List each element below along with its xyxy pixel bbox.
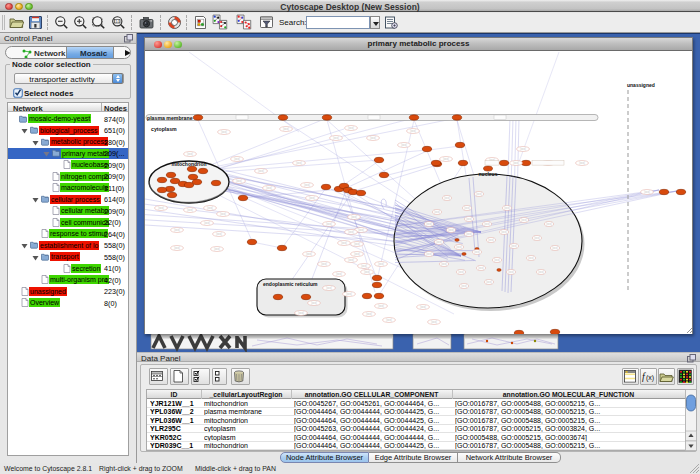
svg-text:[xxx]: [xxx] (401, 143, 407, 147)
svg-text:[xxx]: [xxx] (358, 228, 364, 232)
svg-text:[xxx]: [xxx] (158, 206, 164, 210)
svg-text:[xxx]: [xxx] (521, 218, 527, 222)
svg-text:[xxx]: [xxx] (309, 196, 315, 200)
svg-text:[xxx]: [xxx] (579, 161, 585, 165)
svg-text:[xxx]: [xxx] (214, 247, 220, 251)
svg-text:[xxx]: [xxx] (386, 318, 392, 322)
svg-text:[xxx]: [xxx] (366, 312, 372, 316)
svg-text:[xxx]: [xxx] (486, 280, 492, 284)
svg-text:[xxx]: [xxx] (378, 262, 384, 266)
svg-text:[xxx]: [xxx] (431, 320, 437, 324)
svg-text:[xxx]: [xxx] (458, 270, 464, 274)
svg-text:[xxx]: [xxx] (476, 192, 482, 196)
svg-text:[xxx]: [xxx] (436, 240, 442, 244)
svg-text:[xxx]: [xxx] (174, 246, 180, 250)
svg-text:[xxx]: [xxx] (174, 228, 180, 232)
svg-text:[xxx]: [xxx] (494, 258, 500, 262)
svg-text:[xxx]: [xxx] (466, 232, 472, 236)
svg-text:[xxx]: [xxx] (546, 222, 552, 226)
svg-text:[xxx]: [xxx] (434, 210, 440, 214)
svg-text:[xxx]: [xxx] (478, 266, 484, 270)
svg-text:nucleus: nucleus (479, 171, 498, 177)
svg-text:[xxx]: [xxx] (508, 270, 514, 274)
svg-text:[xxx]: [xxx] (448, 228, 454, 232)
svg-text:[xxx]: [xxx] (484, 222, 490, 226)
svg-text:[xxx]: [xxx] (370, 136, 376, 140)
svg-text:[xxx]: [xxx] (187, 152, 193, 156)
svg-text:[xxx]: [xxx] (441, 262, 447, 266)
svg-text:(x): (x) (646, 374, 654, 382)
svg-text:[xxx]: [xxx] (204, 221, 210, 225)
svg-text:[xxx]: [xxx] (348, 258, 354, 262)
svg-text:[xxx]: [xxx] (234, 157, 240, 161)
svg-text:cytoplasm: cytoplasm (151, 126, 177, 132)
svg-text:[xxx]: [xxx] (221, 130, 227, 134)
svg-text:[xxx]: [xxx] (644, 190, 650, 194)
svg-text:[xxx]: [xxx] (538, 270, 544, 274)
svg-text:[xxx]: [xxx] (304, 183, 310, 187)
svg-text:[xxx]: [xxx] (266, 186, 272, 190)
svg-text:[xxx]: [xxx] (236, 179, 242, 183)
svg-text:[xxx]: [xxx] (283, 127, 289, 131)
svg-text:[xxx]: [xxx] (207, 206, 213, 210)
svg-text:[xxx]: [xxx] (258, 169, 264, 173)
svg-text:[xxx]: [xxx] (333, 136, 339, 140)
svg-text:plasma membrane: plasma membrane (147, 115, 193, 121)
svg-text:[xxx]: [xxx] (216, 232, 222, 236)
svg-text:[xxx]: [xxx] (464, 206, 470, 210)
svg-text:endoplasmic reticulum: endoplasmic reticulum (263, 281, 318, 287)
svg-text:[xxx]: [xxx] (351, 215, 357, 219)
svg-text:[xxx]: [xxx] (326, 286, 332, 290)
svg-text:[xxx]: [xxx] (348, 126, 354, 130)
svg-text:[xxx]: [xxx] (444, 196, 450, 200)
svg-text:[xxx]: [xxx] (311, 301, 317, 305)
svg-text:[xxx]: [xxx] (426, 252, 432, 256)
svg-text:[xxx]: [xxx] (520, 147, 526, 151)
svg-text:[xxx]: [xxx] (552, 246, 558, 250)
svg-text:[xxx]: [xxx] (296, 161, 302, 165)
svg-text:[xxx]: [xxx] (354, 252, 360, 256)
svg-text:[xxx]: [xxx] (528, 256, 534, 260)
svg-text:[xxx]: [xxx] (361, 264, 367, 268)
svg-text:[xxx]: [xxx] (220, 212, 226, 216)
svg-text:[xxx]: [xxx] (298, 311, 304, 315)
svg-text:[xxx]: [xxx] (511, 244, 517, 248)
svg-text:[xxx]: [xxx] (426, 222, 432, 226)
svg-text:[xxx]: [xxx] (364, 270, 370, 274)
svg-text:[xxx]: [xxx] (187, 208, 193, 212)
svg-text:[xxx]: [xxx] (466, 217, 472, 221)
svg-text:[xxx]: [xxx] (504, 206, 510, 210)
svg-text:[xxx]: [xxx] (346, 292, 352, 296)
svg-text:[xxx]: [xxx] (354, 242, 360, 246)
svg-text:[xxx]: [xxx] (456, 245, 462, 249)
svg-text:[xxx]: [xxx] (378, 304, 384, 308)
svg-text:[xxx]: [xxx] (336, 272, 342, 276)
svg-text:mitochondrion: mitochondrion (172, 161, 207, 167)
svg-text:[xxx]: [xxx] (321, 262, 327, 266)
svg-text:[xxx]: [xxx] (348, 230, 354, 234)
svg-text:[xxx]: [xxx] (461, 284, 467, 288)
svg-text:[xxx]: [xxx] (474, 250, 480, 254)
svg-text:[xxx]: [xxx] (420, 305, 426, 309)
svg-text:[xxx]: [xxx] (513, 161, 519, 165)
svg-text:[xxx]: [xxx] (501, 230, 507, 234)
svg-text:[xxx]: [xxx] (443, 157, 449, 161)
svg-text:[xxx]: [xxx] (341, 241, 347, 245)
svg-text:[xxx]: [xxx] (326, 222, 332, 226)
svg-text:1:1: 1:1 (115, 20, 120, 24)
svg-text:[xxx]: [xxx] (306, 252, 312, 256)
svg-text:[xxx]: [xxx] (410, 129, 416, 133)
svg-text:[xxx]: [xxx] (534, 236, 540, 240)
svg-text:[xxx]: [xxx] (488, 238, 494, 242)
svg-text:unassigned: unassigned (627, 82, 655, 88)
